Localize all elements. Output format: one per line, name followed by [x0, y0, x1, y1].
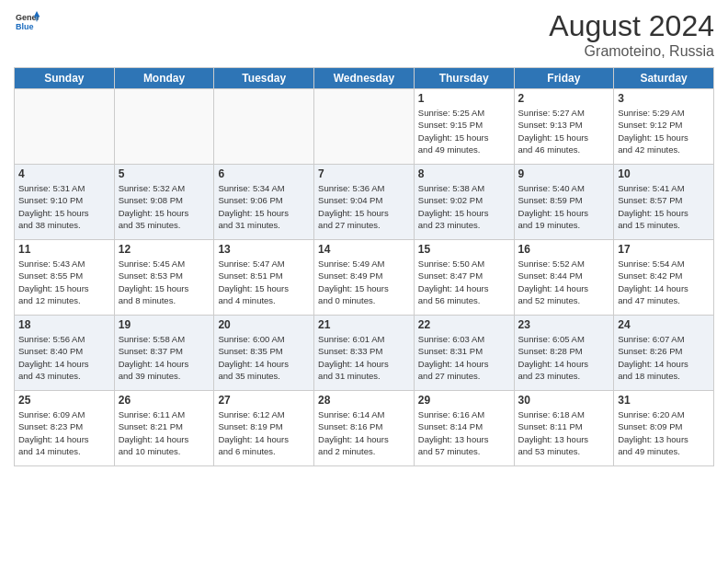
day-info: Sunrise: 6:14 AM Sunset: 8:16 PM Dayligh… — [318, 408, 410, 457]
table-row: 9Sunrise: 5:40 AM Sunset: 8:59 PM Daylig… — [514, 165, 614, 240]
day-number: 22 — [418, 318, 510, 331]
table-row: 14Sunrise: 5:49 AM Sunset: 8:49 PM Dayli… — [314, 240, 415, 316]
day-number: 4 — [18, 167, 110, 180]
table-row: 21Sunrise: 6:01 AM Sunset: 8:33 PM Dayli… — [314, 316, 415, 391]
title-block: August 2024 Gramoteino, Russia — [549, 9, 714, 60]
table-row: 24Sunrise: 6:07 AM Sunset: 8:26 PM Dayli… — [614, 316, 714, 391]
day-number: 26 — [119, 394, 210, 407]
day-number: 28 — [318, 394, 410, 407]
day-info: Sunrise: 5:32 AM Sunset: 9:08 PM Dayligh… — [119, 182, 210, 231]
svg-text:Blue: Blue — [16, 22, 34, 31]
day-number: 23 — [518, 318, 610, 331]
day-info: Sunrise: 6:11 AM Sunset: 8:21 PM Dayligh… — [119, 408, 210, 457]
day-number: 2 — [518, 92, 610, 105]
day-number: 27 — [218, 394, 310, 407]
col-sunday: Sunday — [15, 68, 115, 89]
table-row — [214, 89, 314, 165]
day-number: 9 — [518, 167, 610, 180]
day-info: Sunrise: 5:27 AM Sunset: 9:13 PM Dayligh… — [518, 107, 610, 155]
table-row: 17Sunrise: 5:54 AM Sunset: 8:42 PM Dayli… — [614, 240, 714, 316]
day-number: 1 — [418, 92, 510, 105]
table-row: 6Sunrise: 5:34 AM Sunset: 9:06 PM Daylig… — [214, 165, 314, 240]
day-number: 30 — [518, 394, 610, 407]
table-row: 15Sunrise: 5:50 AM Sunset: 8:47 PM Dayli… — [414, 240, 514, 316]
table-row: 29Sunrise: 6:16 AM Sunset: 8:14 PM Dayli… — [414, 391, 514, 466]
table-row: 26Sunrise: 6:11 AM Sunset: 8:21 PM Dayli… — [114, 391, 214, 466]
day-info: Sunrise: 6:20 AM Sunset: 8:09 PM Dayligh… — [618, 408, 710, 457]
table-row: 19Sunrise: 5:58 AM Sunset: 8:37 PM Dayli… — [114, 316, 214, 391]
day-number: 29 — [418, 394, 510, 407]
calendar-table: Sunday Monday Tuesday Wednesday Thursday… — [14, 67, 714, 466]
day-info: Sunrise: 5:45 AM Sunset: 8:53 PM Dayligh… — [119, 258, 210, 306]
day-info: Sunrise: 5:58 AM Sunset: 8:37 PM Dayligh… — [119, 333, 210, 382]
location: Gramoteino, Russia — [549, 43, 714, 60]
day-number: 25 — [18, 394, 110, 407]
table-row: 22Sunrise: 6:03 AM Sunset: 8:31 PM Dayli… — [414, 316, 514, 391]
table-row: 27Sunrise: 6:12 AM Sunset: 8:19 PM Dayli… — [214, 391, 314, 466]
day-info: Sunrise: 6:01 AM Sunset: 8:33 PM Dayligh… — [318, 333, 410, 382]
day-info: Sunrise: 5:34 AM Sunset: 9:06 PM Dayligh… — [218, 182, 310, 231]
day-number: 5 — [119, 167, 210, 180]
table-row: 10Sunrise: 5:41 AM Sunset: 8:57 PM Dayli… — [614, 165, 714, 240]
day-info: Sunrise: 5:47 AM Sunset: 8:51 PM Dayligh… — [218, 258, 310, 306]
table-row: 12Sunrise: 5:45 AM Sunset: 8:53 PM Dayli… — [114, 240, 214, 316]
table-row: 16Sunrise: 5:52 AM Sunset: 8:44 PM Dayli… — [514, 240, 614, 316]
day-number: 8 — [418, 167, 510, 180]
col-saturday: Saturday — [614, 68, 714, 89]
day-info: Sunrise: 6:09 AM Sunset: 8:23 PM Dayligh… — [18, 408, 110, 457]
table-row: 31Sunrise: 6:20 AM Sunset: 8:09 PM Dayli… — [614, 391, 714, 466]
table-row: 8Sunrise: 5:38 AM Sunset: 9:02 PM Daylig… — [414, 165, 514, 240]
logo-icon: General Blue — [14, 9, 40, 35]
day-info: Sunrise: 5:36 AM Sunset: 9:04 PM Dayligh… — [318, 182, 410, 231]
month-year: August 2024 — [549, 9, 714, 43]
day-number: 3 — [618, 92, 710, 105]
table-row: 30Sunrise: 6:18 AM Sunset: 8:11 PM Dayli… — [514, 391, 614, 466]
table-row: 2Sunrise: 5:27 AM Sunset: 9:13 PM Daylig… — [514, 89, 614, 165]
page-header: General Blue August 2024 Gramoteino, Rus… — [14, 9, 714, 60]
day-number: 19 — [119, 318, 210, 331]
table-row — [114, 89, 214, 165]
day-info: Sunrise: 5:49 AM Sunset: 8:49 PM Dayligh… — [318, 258, 410, 306]
table-row: 4Sunrise: 5:31 AM Sunset: 9:10 PM Daylig… — [15, 165, 115, 240]
day-number: 24 — [618, 318, 710, 331]
day-number: 11 — [18, 243, 110, 256]
day-number: 14 — [318, 243, 410, 256]
table-row: 20Sunrise: 6:00 AM Sunset: 8:35 PM Dayli… — [214, 316, 314, 391]
day-number: 21 — [318, 318, 410, 331]
table-row: 5Sunrise: 5:32 AM Sunset: 9:08 PM Daylig… — [114, 165, 214, 240]
day-info: Sunrise: 6:00 AM Sunset: 8:35 PM Dayligh… — [218, 333, 310, 382]
day-number: 16 — [518, 243, 610, 256]
day-number: 20 — [218, 318, 310, 331]
table-row: 28Sunrise: 6:14 AM Sunset: 8:16 PM Dayli… — [314, 391, 415, 466]
day-number: 7 — [318, 167, 410, 180]
day-info: Sunrise: 5:56 AM Sunset: 8:40 PM Dayligh… — [18, 333, 110, 382]
table-row: 13Sunrise: 5:47 AM Sunset: 8:51 PM Dayli… — [214, 240, 314, 316]
day-number: 15 — [418, 243, 510, 256]
col-friday: Friday — [514, 68, 614, 89]
day-number: 13 — [218, 243, 310, 256]
day-info: Sunrise: 5:29 AM Sunset: 9:12 PM Dayligh… — [618, 107, 710, 155]
day-info: Sunrise: 5:50 AM Sunset: 8:47 PM Dayligh… — [418, 258, 510, 306]
day-info: Sunrise: 5:54 AM Sunset: 8:42 PM Dayligh… — [618, 258, 710, 306]
day-info: Sunrise: 6:16 AM Sunset: 8:14 PM Dayligh… — [418, 408, 510, 457]
table-row — [314, 89, 415, 165]
col-thursday: Thursday — [414, 68, 514, 89]
table-row: 3Sunrise: 5:29 AM Sunset: 9:12 PM Daylig… — [614, 89, 714, 165]
col-wednesday: Wednesday — [314, 68, 415, 89]
table-row: 25Sunrise: 6:09 AM Sunset: 8:23 PM Dayli… — [15, 391, 115, 466]
day-number: 31 — [618, 394, 710, 407]
day-number: 6 — [218, 167, 310, 180]
table-row: 7Sunrise: 5:36 AM Sunset: 9:04 PM Daylig… — [314, 165, 415, 240]
table-row: 11Sunrise: 5:43 AM Sunset: 8:55 PM Dayli… — [15, 240, 115, 316]
table-row — [15, 89, 115, 165]
day-info: Sunrise: 6:18 AM Sunset: 8:11 PM Dayligh… — [518, 408, 610, 457]
table-row: 1Sunrise: 5:25 AM Sunset: 9:15 PM Daylig… — [414, 89, 514, 165]
day-info: Sunrise: 6:07 AM Sunset: 8:26 PM Dayligh… — [618, 333, 710, 382]
col-tuesday: Tuesday — [214, 68, 314, 89]
day-number: 17 — [618, 243, 710, 256]
day-info: Sunrise: 5:31 AM Sunset: 9:10 PM Dayligh… — [18, 182, 110, 231]
day-info: Sunrise: 5:52 AM Sunset: 8:44 PM Dayligh… — [518, 258, 610, 306]
day-number: 18 — [18, 318, 110, 331]
day-info: Sunrise: 5:38 AM Sunset: 9:02 PM Dayligh… — [418, 182, 510, 231]
calendar-header-row: Sunday Monday Tuesday Wednesday Thursday… — [15, 68, 714, 89]
